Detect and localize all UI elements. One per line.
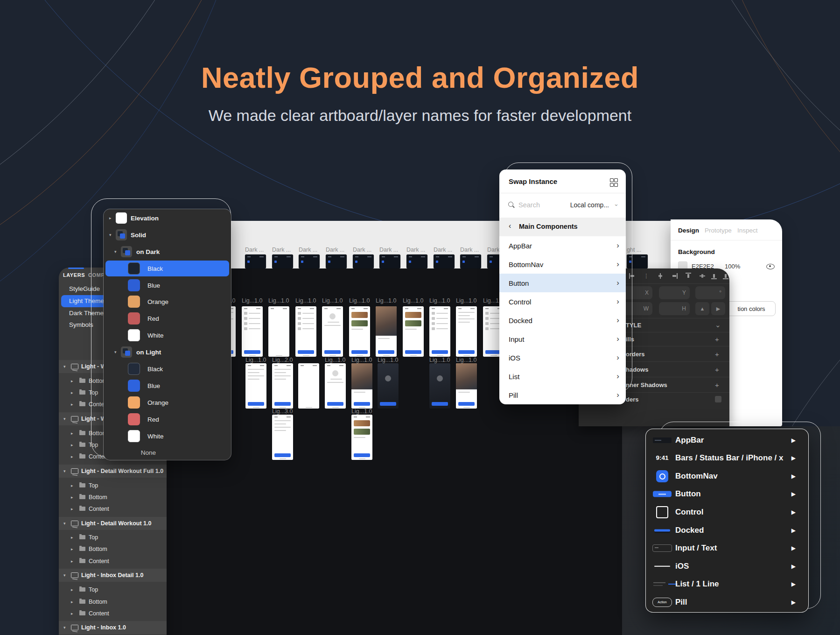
caret-down-icon[interactable]: ▾ [63,625,66,630]
caret-right-icon[interactable]: ▸ [71,443,73,447]
style-row-orange[interactable]: Orange [104,395,231,410]
swap-item-list[interactable]: List› [499,367,626,386]
caret-down-icon[interactable]: ▾ [63,364,66,369]
caret-right-icon[interactable]: ▸ [71,611,73,616]
layer-folder-row[interactable]: ▸Bottom [59,595,167,608]
caret-right-icon[interactable]: ▸ [71,495,73,500]
tab-layers[interactable]: LAYERS [63,272,85,278]
swap-item-input[interactable]: Input› [499,330,626,348]
swap-item-appbar[interactable]: AppBar› [499,236,626,255]
style-row-orange[interactable]: Orange [104,294,231,310]
layer-frame-row[interactable]: ▾Light - Inbox Detail 1.0 [59,569,167,582]
style-row-elevation[interactable]: ▸Elevation [104,210,231,226]
caret-right-icon[interactable]: ▸ [71,535,73,540]
flip-horizontal-button[interactable]: ▲ [695,302,709,315]
layer-folder-row[interactable]: ▸Content [59,555,167,568]
caret-right-icon[interactable]: ▸ [71,483,73,488]
y-field[interactable]: Y [659,286,690,299]
add-icon[interactable]: + [715,381,719,388]
style-row-none[interactable]: None [104,444,231,460]
caret-down-icon[interactable]: ▾ [114,249,117,254]
style-row-blue[interactable]: Blue [104,378,231,394]
align-icon[interactable] [657,273,664,279]
chevron-down-icon[interactable]: ⌄ [715,321,721,329]
layer-folder-row[interactable]: ▸Top [59,479,167,492]
style-row-black[interactable]: Black [104,361,231,377]
caret-right-icon[interactable]: ▸ [109,216,112,220]
style-row-on-dark[interactable]: ▾on Dark [104,244,231,260]
layer-folder-row[interactable]: ▸Bottom [59,543,167,556]
menu-item-button[interactable]: Button▶ [646,485,808,503]
layer-folder-row[interactable]: ▸Content [59,502,167,515]
layer-folder-row[interactable]: ▸Content [59,607,167,620]
swap-item-pill[interactable]: Pill› [499,386,626,404]
layer-frame-row[interactable]: ▾Light - Detail Workout 1.0 [59,517,167,530]
swap-item-docked[interactable]: Docked› [499,311,626,330]
swap-item-control[interactable]: Control› [499,292,626,311]
style-row-solid[interactable]: ▾Solid [104,227,231,243]
caret-right-icon[interactable]: ▸ [71,507,73,511]
style-row-on-light[interactable]: ▾on Light [104,344,231,360]
background-opacity-value[interactable]: 100% [725,263,740,270]
add-icon[interactable]: + [715,365,719,373]
style-row-red[interactable]: Red [104,310,231,326]
swap-item-ios[interactable]: iOS› [499,348,626,367]
flip-vertical-button[interactable]: ▶ [711,302,725,315]
layer-folder-row[interactable]: ▸Bottom [59,491,167,504]
menu-item-bottomnav[interactable]: BottomNav▶ [646,467,808,485]
swap-item-bottomnav[interactable]: BottomNav› [499,255,626,274]
tab-design[interactable]: Design [678,227,699,234]
tab-inspect[interactable]: Inspect [737,227,758,234]
caret-right-icon[interactable]: ▸ [71,600,73,604]
style-row-black[interactable]: Black [104,261,231,276]
grid-view-icon[interactable] [610,178,617,186]
style-row-white[interactable]: White [104,327,231,343]
layer-frame-row[interactable]: ▾Light - Detail Workout Full 1.0 [59,465,167,478]
caret-down-icon[interactable]: ▾ [63,469,66,473]
caret-right-icon[interactable]: ▸ [71,587,73,592]
source-dropdown[interactable]: Local comp... [570,201,609,209]
caret-down-icon[interactable]: ▾ [114,350,117,354]
add-icon[interactable]: + [715,350,719,358]
menu-item-bars-status-bar-iphone-x[interactable]: 9:41Bars / Status Bar / iPhone / x▶ [646,449,808,467]
menu-item-ios[interactable]: iOS▶ [646,557,808,575]
style-row-blue[interactable]: Blue [104,277,231,293]
menu-item-input-text[interactable]: Input / Text▶ [646,539,808,557]
rotation-field[interactable]: ° [695,286,725,299]
caret-down-icon[interactable]: ▾ [109,233,112,237]
align-icon[interactable]: ⋮ [643,273,650,279]
caret-right-icon[interactable]: ▸ [71,454,73,459]
checkbox[interactable] [715,396,721,402]
menu-item-pill[interactable]: ActionPill▶ [646,593,808,611]
align-icon[interactable] [699,273,706,279]
layer-folder-row[interactable]: ▸Top [59,583,167,596]
align-icon[interactable] [722,273,729,279]
tab-prototype[interactable]: Prototype [705,227,732,234]
menu-item-control[interactable]: Control▶ [646,503,808,521]
caret-right-icon[interactable]: ▸ [71,431,73,436]
caret-right-icon[interactable]: ▸ [71,390,73,395]
align-icon[interactable] [711,273,717,279]
main-components-row[interactable]: ‹ Main Components [499,218,626,236]
caret-right-icon[interactable]: ▸ [71,402,73,407]
align-icon[interactable] [629,273,636,279]
caret-down-icon[interactable]: ▾ [63,416,66,421]
search-input[interactable]: Search [518,201,540,209]
caret-down-icon[interactable]: ▾ [63,573,66,578]
layer-frame-row[interactable]: ▾Light - Inbox 1.0 [59,621,167,634]
layer-folder-row[interactable]: ▸Top [59,531,167,544]
height-field[interactable]: H [659,302,690,315]
align-icon[interactable] [671,273,678,279]
caret-down-icon[interactable]: ▾ [63,521,66,526]
menu-item-appbar[interactable]: AppBar▶ [646,431,808,449]
visibility-eye-icon[interactable] [766,264,775,269]
style-row-red[interactable]: Red [104,411,231,427]
add-icon[interactable]: + [715,335,719,343]
align-icon[interactable] [685,273,692,279]
caret-right-icon[interactable]: ▸ [71,547,73,551]
style-row-white[interactable]: White [104,428,231,444]
menu-item-list-1-line[interactable]: List / 1 Line▶ [646,575,808,593]
menu-item-docked[interactable]: Docked▶ [646,521,808,539]
swap-item-button[interactable]: Button› [499,274,626,292]
caret-right-icon[interactable]: ▸ [71,559,73,564]
